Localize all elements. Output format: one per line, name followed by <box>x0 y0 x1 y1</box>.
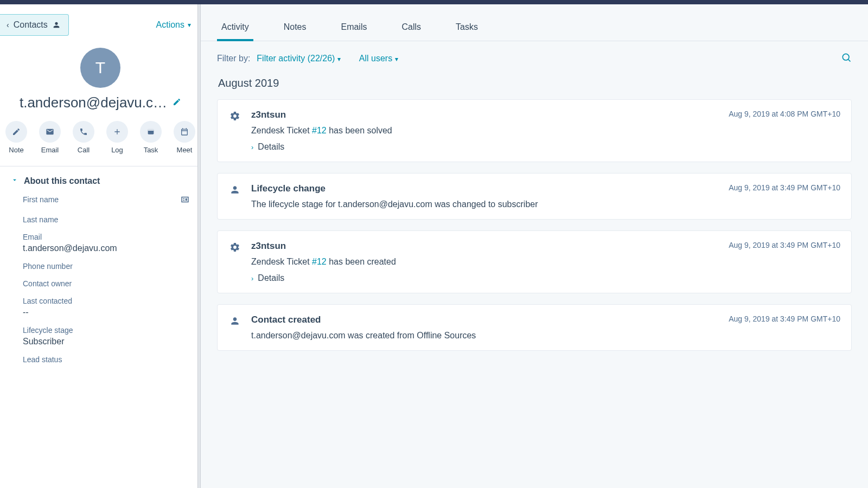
lifecycle-value[interactable]: Subscriber <box>23 337 190 346</box>
tab-activity[interactable]: Activity <box>217 22 253 41</box>
ticket-link[interactable]: #12 <box>312 257 327 266</box>
svg-line-1 <box>848 60 851 62</box>
contact-sidebar: ‹ Contacts Actions ▾ T t.anderson@dejavu… <box>0 4 201 488</box>
activity-timestamp: Aug 9, 2019 at 3:49 PM GMT+10 <box>729 314 840 323</box>
details-toggle[interactable]: ›Details <box>251 273 284 283</box>
feed-month-heading: August 2019 <box>218 77 852 89</box>
app-topbar <box>0 0 868 4</box>
meet-action-label: Meet <box>174 146 195 154</box>
about-section-title: About this contact <box>24 176 100 186</box>
activity-card: z3ntsun Aug 9, 2019 at 4:08 PM GMT+10 Ze… <box>217 99 852 162</box>
ticket-link[interactable]: #12 <box>312 126 327 135</box>
last-contacted-label: Last contacted <box>23 297 190 305</box>
contact-avatar: T <box>80 48 120 88</box>
avatar-initial: T <box>95 59 105 77</box>
task-action[interactable]: Task <box>140 121 162 154</box>
filter-users-label: All users <box>359 54 392 63</box>
person-icon <box>229 184 240 195</box>
email-value[interactable]: t.anderson@dejavu.com <box>23 243 190 253</box>
note-action[interactable]: Note <box>5 121 27 154</box>
activity-card: Contact created Aug 9, 2019 at 3:49 PM G… <box>217 304 852 351</box>
tab-notes[interactable]: Notes <box>279 22 311 41</box>
caret-down-icon: ▾ <box>395 55 398 63</box>
activity-title: z3ntsun <box>251 110 286 120</box>
filter-activity-dropdown[interactable]: Filter activity (22/26) ▾ <box>257 54 341 63</box>
log-action[interactable]: Log <box>106 121 128 154</box>
activity-type-icon <box>228 110 241 152</box>
actions-menu[interactable]: Actions ▾ <box>156 20 191 30</box>
activity-title: Contact created <box>251 314 321 325</box>
contact-display-name: t.anderson@dejavu.c… <box>20 94 167 111</box>
record-tabs: ActivityNotesEmailsCallsTasks <box>201 8 868 41</box>
breadcrumb-label: Contacts <box>14 20 48 30</box>
call-action[interactable]: Call <box>73 121 94 154</box>
details-toggle[interactable]: ›Details <box>251 142 284 152</box>
gear-icon <box>229 242 240 253</box>
pencil-icon <box>173 98 181 106</box>
activity-panel: ActivityNotesEmailsCallsTasks Filter by:… <box>201 4 868 488</box>
email-icon-circle <box>39 121 61 143</box>
activity-card: z3ntsun Aug 9, 2019 at 3:49 PM GMT+10 Ze… <box>217 230 852 293</box>
chevron-right-icon: › <box>251 143 253 151</box>
activity-timestamp: Aug 9, 2019 at 3:49 PM GMT+10 <box>729 183 840 192</box>
actions-label: Actions <box>156 20 184 30</box>
email-icon <box>46 127 54 136</box>
task-icon <box>146 127 155 136</box>
search-icon <box>841 52 852 63</box>
first-name-label: First name <box>23 195 59 204</box>
filter-users-dropdown[interactable]: All users ▾ <box>359 54 398 63</box>
activity-text: Zendesk Ticket #12 has been solved <box>251 126 840 136</box>
last-name-label: Last name <box>23 215 190 224</box>
activity-type-icon <box>228 241 241 283</box>
last-contacted-value: -- <box>23 307 190 317</box>
details-label: Details <box>258 142 284 152</box>
phone-label: Phone number <box>23 262 190 271</box>
activity-title: Lifecycle change <box>251 183 326 194</box>
edit-name-button[interactable] <box>173 98 181 108</box>
gear-icon <box>229 111 240 121</box>
activity-feed: August 2019 z3ntsun Aug 9, 2019 at 4:08 … <box>201 69 868 383</box>
log-action-label: Log <box>106 146 128 154</box>
meet-action[interactable]: Meet <box>174 121 195 154</box>
email-action[interactable]: Email <box>39 121 61 154</box>
email-action-label: Email <box>39 146 61 154</box>
svg-point-0 <box>843 54 849 60</box>
lifecycle-label: Lifecycle stage <box>23 326 190 335</box>
activity-timestamp: Aug 9, 2019 at 3:49 PM GMT+10 <box>729 241 840 249</box>
activity-type-icon <box>228 314 241 341</box>
filter-activity-label: Filter activity (22/26) <box>257 54 335 63</box>
call-icon-circle <box>73 121 94 143</box>
note-icon <box>12 127 21 136</box>
about-collapse-toggle[interactable] <box>11 176 18 186</box>
tab-emails[interactable]: Emails <box>336 22 371 41</box>
note-icon-circle <box>5 121 27 143</box>
task-icon-circle <box>140 121 162 143</box>
log-icon-circle <box>106 121 128 143</box>
task-action-label: Task <box>140 146 162 154</box>
activity-text: Zendesk Ticket #12 has been created <box>251 257 840 267</box>
contact-icon <box>52 21 61 29</box>
filter-by-label: Filter by: <box>217 54 250 63</box>
activity-title: z3ntsun <box>251 241 286 252</box>
meet-icon <box>180 127 189 136</box>
activity-type-icon <box>228 183 241 209</box>
search-activity-button[interactable] <box>841 52 852 65</box>
contact-quick-actions: NoteEmailCallLogTaskMeet <box>0 121 201 166</box>
caret-down-icon: ▾ <box>188 21 191 29</box>
back-to-contacts-button[interactable]: ‹ Contacts <box>0 14 69 36</box>
activity-text: The lifecycle stage for t.anderson@dejav… <box>251 200 840 209</box>
note-action-label: Note <box>5 146 27 154</box>
call-icon <box>79 127 88 136</box>
tab-calls[interactable]: Calls <box>397 22 425 41</box>
call-action-label: Call <box>73 146 94 154</box>
details-label: Details <box>258 273 284 283</box>
first-name-card-icon[interactable] <box>180 195 190 207</box>
caret-down-icon: ▾ <box>337 55 341 63</box>
meet-icon-circle <box>174 121 195 143</box>
tab-tasks[interactable]: Tasks <box>451 22 482 41</box>
lead-status-label: Lead status <box>23 355 190 364</box>
owner-label: Contact owner <box>23 279 190 288</box>
person-icon <box>229 316 240 326</box>
log-icon <box>113 127 122 136</box>
activity-timestamp: Aug 9, 2019 at 4:08 PM GMT+10 <box>729 110 840 118</box>
